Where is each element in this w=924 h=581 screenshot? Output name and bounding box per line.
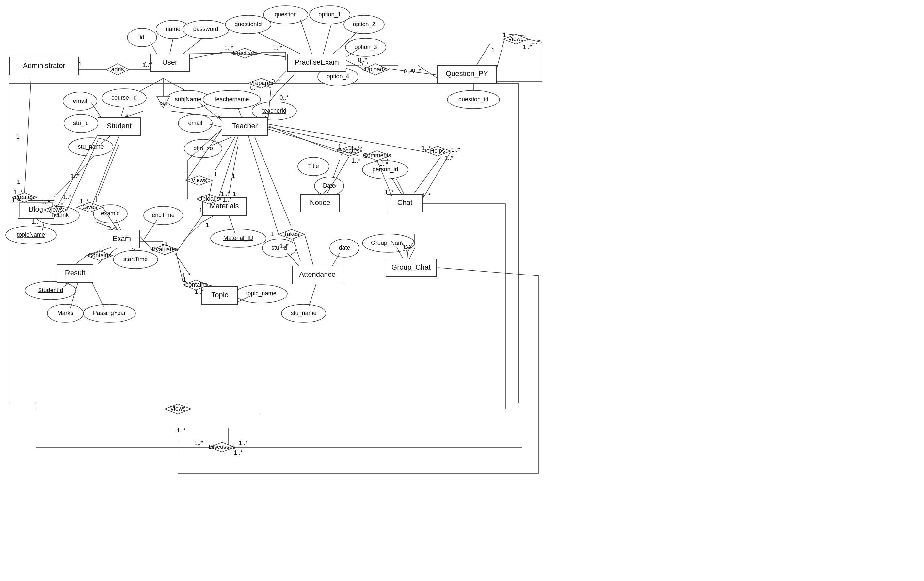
svg-line-104 <box>238 109 242 117</box>
svg-line-313 <box>305 234 314 266</box>
svg-text:examid: examid <box>101 210 120 217</box>
svg-line-279 <box>268 126 336 152</box>
svg-line-302 <box>178 216 203 250</box>
svg-text:date: date <box>338 244 350 251</box>
svg-text:1..*: 1..* <box>279 243 288 249</box>
svg-text:1: 1 <box>233 191 236 197</box>
svg-text:topic_name: topic_name <box>246 290 276 297</box>
svg-line-22 <box>418 65 437 78</box>
svg-text:option_1: option_1 <box>318 11 341 18</box>
svg-text:option_2: option_2 <box>353 21 375 28</box>
svg-text:stu_name: stu_name <box>78 143 104 150</box>
svg-line-272 <box>274 70 287 83</box>
svg-text:1: 1 <box>183 277 186 283</box>
svg-text:id: id <box>140 34 144 41</box>
svg-text:question_id: question_id <box>459 96 488 103</box>
svg-text:endTime: endTime <box>152 212 174 218</box>
entity-exam: Exam <box>113 234 131 242</box>
svg-text:Title: Title <box>308 163 318 170</box>
svg-line-323 <box>437 268 539 276</box>
svg-line-12 <box>124 111 144 117</box>
svg-line-155 <box>91 281 104 308</box>
svg-line-291 <box>408 252 408 259</box>
svg-text:1: 1 <box>492 47 495 54</box>
svg-text:0..*: 0..* <box>271 78 280 84</box>
svg-text:1: 1 <box>503 32 506 38</box>
svg-text:stu_id: stu_id <box>73 120 89 127</box>
svg-text:adds: adds <box>111 66 124 72</box>
entity-topic: Topic <box>211 291 228 299</box>
svg-line-110 <box>212 137 232 145</box>
svg-text:question: question <box>275 11 297 18</box>
svg-text:1..*: 1..* <box>328 184 337 191</box>
svg-text:password: password <box>193 26 218 32</box>
svg-line-116 <box>300 20 312 54</box>
entity-attendance: Attendance <box>299 270 335 278</box>
svg-line-119 <box>323 24 332 54</box>
svg-line-47 <box>203 215 216 222</box>
cardinality-creates-2: 1..* <box>12 197 21 204</box>
svg-text:1: 1 <box>165 240 168 247</box>
svg-text:stu_name: stu_name <box>290 310 317 317</box>
svg-text:StudentId: StudentId <box>38 287 63 293</box>
entity-notice: Notice <box>310 198 330 207</box>
svg-text:1..*: 1..* <box>273 45 282 51</box>
svg-text:email: email <box>73 97 87 104</box>
svg-line-92 <box>121 107 124 117</box>
svg-text:1..*: 1..* <box>351 145 360 151</box>
svg-text:Views: Views <box>508 36 524 42</box>
svg-text:1..*: 1..* <box>221 191 229 197</box>
svg-text:Takes: Takes <box>284 231 299 237</box>
svg-text:ISA: ISA <box>160 101 167 106</box>
svg-text:Marks: Marks <box>58 310 73 316</box>
svg-text:Helps: Helps <box>430 148 445 154</box>
cardinality-adds-1: 1 <box>78 61 82 67</box>
svg-line-83 <box>183 38 203 54</box>
svg-text:1..*: 1..* <box>224 45 233 51</box>
svg-line-146 <box>144 221 157 240</box>
entity-question-py: Question_PY <box>446 69 488 78</box>
svg-line-5 <box>25 78 31 196</box>
svg-text:Views: Views <box>191 177 207 183</box>
svg-text:0..*: 0..* <box>412 67 421 74</box>
svg-text:option_4: option_4 <box>327 73 349 80</box>
svg-text:1..*: 1..* <box>195 288 203 295</box>
svg-text:0..*: 0..* <box>250 84 259 91</box>
svg-text:Gives: Gives <box>82 204 97 210</box>
svg-text:1..*: 1..* <box>523 44 531 50</box>
svg-text:Material_ID: Material_ID <box>223 235 253 242</box>
svg-text:1..*: 1..* <box>80 198 89 205</box>
svg-line-288 <box>423 152 450 198</box>
cardinality-adds-2: 1..* <box>144 61 153 67</box>
er-diagram: 1 1..* 1 1..* 1..* 1..* 0..* 0..* 1 1..*… <box>0 0 924 581</box>
svg-text:1..*: 1..* <box>222 196 231 203</box>
svg-text:1..*: 1..* <box>351 157 360 164</box>
svg-text:teachername: teachername <box>214 96 249 102</box>
svg-text:1: 1 <box>214 171 217 178</box>
entity-result: Result <box>65 268 85 277</box>
entity-user: User <box>162 58 177 66</box>
svg-text:1: 1 <box>232 173 235 179</box>
entity-student: Student <box>107 122 132 130</box>
svg-text:1..*: 1..* <box>384 189 393 196</box>
svg-line-65 <box>261 126 346 143</box>
entity-teacher: Teacher <box>232 122 257 130</box>
svg-text:option_3: option_3 <box>354 44 377 51</box>
svg-text:PassingYear: PassingYear <box>93 310 126 316</box>
svg-text:email: email <box>188 120 202 126</box>
svg-text:person_id: person_id <box>372 166 398 173</box>
svg-text:Contains: Contains <box>184 281 207 288</box>
svg-text:subjName: subjName <box>175 96 201 102</box>
svg-text:Contains: Contains <box>88 252 111 258</box>
svg-line-59 <box>255 137 290 225</box>
entity-group-chat: Group_Chat <box>391 263 431 271</box>
entity-administrator: Administrator <box>23 61 65 69</box>
svg-text:Evaluates: Evaluates <box>152 246 178 253</box>
svg-text:1..*: 1..* <box>451 146 460 153</box>
svg-text:1..*: 1..* <box>177 427 185 434</box>
svg-text:1..*: 1..* <box>234 449 243 456</box>
svg-text:name: name <box>165 26 180 32</box>
svg-text:Views: Views <box>170 405 186 412</box>
svg-text:1: 1 <box>16 133 20 140</box>
cardinality-creates-1: 1 <box>17 179 20 185</box>
